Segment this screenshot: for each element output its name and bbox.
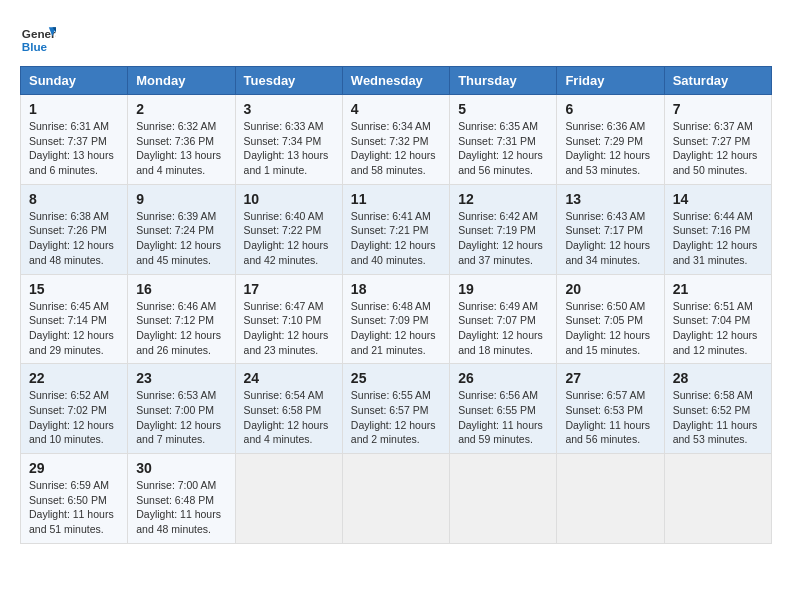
calendar-cell: 15Sunrise: 6:45 AMSunset: 7:14 PMDayligh… xyxy=(21,274,128,364)
day-info: Sunrise: 6:52 AMSunset: 7:02 PMDaylight:… xyxy=(29,388,119,447)
day-info: Sunrise: 6:34 AMSunset: 7:32 PMDaylight:… xyxy=(351,119,441,178)
calendar-cell: 28Sunrise: 6:58 AMSunset: 6:52 PMDayligh… xyxy=(664,364,771,454)
header-cell-wednesday: Wednesday xyxy=(342,67,449,95)
calendar-cell: 9Sunrise: 6:39 AMSunset: 7:24 PMDaylight… xyxy=(128,184,235,274)
calendar-cell: 18Sunrise: 6:48 AMSunset: 7:09 PMDayligh… xyxy=(342,274,449,364)
day-info: Sunrise: 6:44 AMSunset: 7:16 PMDaylight:… xyxy=(673,209,763,268)
calendar-cell xyxy=(235,454,342,544)
calendar-week-2: 8Sunrise: 6:38 AMSunset: 7:26 PMDaylight… xyxy=(21,184,772,274)
calendar-table: SundayMondayTuesdayWednesdayThursdayFrid… xyxy=(20,66,772,544)
day-info: Sunrise: 6:45 AMSunset: 7:14 PMDaylight:… xyxy=(29,299,119,358)
day-info: Sunrise: 6:38 AMSunset: 7:26 PMDaylight:… xyxy=(29,209,119,268)
day-info: Sunrise: 6:31 AMSunset: 7:37 PMDaylight:… xyxy=(29,119,119,178)
day-number: 18 xyxy=(351,281,441,297)
day-number: 22 xyxy=(29,370,119,386)
day-info: Sunrise: 6:40 AMSunset: 7:22 PMDaylight:… xyxy=(244,209,334,268)
calendar-cell: 27Sunrise: 6:57 AMSunset: 6:53 PMDayligh… xyxy=(557,364,664,454)
calendar-cell: 21Sunrise: 6:51 AMSunset: 7:04 PMDayligh… xyxy=(664,274,771,364)
calendar-week-4: 22Sunrise: 6:52 AMSunset: 7:02 PMDayligh… xyxy=(21,364,772,454)
day-number: 21 xyxy=(673,281,763,297)
calendar-cell: 8Sunrise: 6:38 AMSunset: 7:26 PMDaylight… xyxy=(21,184,128,274)
day-number: 2 xyxy=(136,101,226,117)
calendar-cell: 26Sunrise: 6:56 AMSunset: 6:55 PMDayligh… xyxy=(450,364,557,454)
calendar-cell: 22Sunrise: 6:52 AMSunset: 7:02 PMDayligh… xyxy=(21,364,128,454)
header-cell-monday: Monday xyxy=(128,67,235,95)
day-number: 12 xyxy=(458,191,548,207)
day-info: Sunrise: 6:32 AMSunset: 7:36 PMDaylight:… xyxy=(136,119,226,178)
day-number: 26 xyxy=(458,370,548,386)
calendar-cell: 14Sunrise: 6:44 AMSunset: 7:16 PMDayligh… xyxy=(664,184,771,274)
calendar-cell: 19Sunrise: 6:49 AMSunset: 7:07 PMDayligh… xyxy=(450,274,557,364)
calendar-cell: 2Sunrise: 6:32 AMSunset: 7:36 PMDaylight… xyxy=(128,95,235,185)
day-number: 17 xyxy=(244,281,334,297)
calendar-cell: 25Sunrise: 6:55 AMSunset: 6:57 PMDayligh… xyxy=(342,364,449,454)
day-number: 19 xyxy=(458,281,548,297)
calendar-cell: 23Sunrise: 6:53 AMSunset: 7:00 PMDayligh… xyxy=(128,364,235,454)
day-number: 5 xyxy=(458,101,548,117)
day-info: Sunrise: 6:54 AMSunset: 6:58 PMDaylight:… xyxy=(244,388,334,447)
day-number: 16 xyxy=(136,281,226,297)
day-info: Sunrise: 6:41 AMSunset: 7:21 PMDaylight:… xyxy=(351,209,441,268)
day-number: 29 xyxy=(29,460,119,476)
day-number: 20 xyxy=(565,281,655,297)
day-number: 14 xyxy=(673,191,763,207)
day-info: Sunrise: 6:59 AMSunset: 6:50 PMDaylight:… xyxy=(29,478,119,537)
calendar-cell: 5Sunrise: 6:35 AMSunset: 7:31 PMDaylight… xyxy=(450,95,557,185)
day-info: Sunrise: 6:35 AMSunset: 7:31 PMDaylight:… xyxy=(458,119,548,178)
header-row: SundayMondayTuesdayWednesdayThursdayFrid… xyxy=(21,67,772,95)
header-cell-thursday: Thursday xyxy=(450,67,557,95)
day-info: Sunrise: 6:47 AMSunset: 7:10 PMDaylight:… xyxy=(244,299,334,358)
page-header: General Blue xyxy=(20,20,772,56)
day-info: Sunrise: 6:46 AMSunset: 7:12 PMDaylight:… xyxy=(136,299,226,358)
calendar-cell: 30Sunrise: 7:00 AMSunset: 6:48 PMDayligh… xyxy=(128,454,235,544)
calendar-cell: 7Sunrise: 6:37 AMSunset: 7:27 PMDaylight… xyxy=(664,95,771,185)
calendar-cell: 1Sunrise: 6:31 AMSunset: 7:37 PMDaylight… xyxy=(21,95,128,185)
calendar-cell: 29Sunrise: 6:59 AMSunset: 6:50 PMDayligh… xyxy=(21,454,128,544)
calendar-cell xyxy=(342,454,449,544)
day-number: 6 xyxy=(565,101,655,117)
calendar-body: 1Sunrise: 6:31 AMSunset: 7:37 PMDaylight… xyxy=(21,95,772,544)
day-number: 10 xyxy=(244,191,334,207)
calendar-cell xyxy=(557,454,664,544)
day-number: 1 xyxy=(29,101,119,117)
day-number: 27 xyxy=(565,370,655,386)
day-info: Sunrise: 6:53 AMSunset: 7:00 PMDaylight:… xyxy=(136,388,226,447)
svg-text:Blue: Blue xyxy=(22,40,48,53)
day-info: Sunrise: 6:51 AMSunset: 7:04 PMDaylight:… xyxy=(673,299,763,358)
day-info: Sunrise: 6:58 AMSunset: 6:52 PMDaylight:… xyxy=(673,388,763,447)
day-number: 3 xyxy=(244,101,334,117)
day-number: 23 xyxy=(136,370,226,386)
day-info: Sunrise: 6:37 AMSunset: 7:27 PMDaylight:… xyxy=(673,119,763,178)
calendar-cell: 11Sunrise: 6:41 AMSunset: 7:21 PMDayligh… xyxy=(342,184,449,274)
day-info: Sunrise: 6:43 AMSunset: 7:17 PMDaylight:… xyxy=(565,209,655,268)
day-info: Sunrise: 6:55 AMSunset: 6:57 PMDaylight:… xyxy=(351,388,441,447)
day-info: Sunrise: 6:33 AMSunset: 7:34 PMDaylight:… xyxy=(244,119,334,178)
day-number: 4 xyxy=(351,101,441,117)
day-number: 13 xyxy=(565,191,655,207)
calendar-week-5: 29Sunrise: 6:59 AMSunset: 6:50 PMDayligh… xyxy=(21,454,772,544)
day-number: 9 xyxy=(136,191,226,207)
day-info: Sunrise: 6:42 AMSunset: 7:19 PMDaylight:… xyxy=(458,209,548,268)
day-info: Sunrise: 6:48 AMSunset: 7:09 PMDaylight:… xyxy=(351,299,441,358)
day-number: 8 xyxy=(29,191,119,207)
header-cell-tuesday: Tuesday xyxy=(235,67,342,95)
day-number: 15 xyxy=(29,281,119,297)
calendar-cell xyxy=(450,454,557,544)
header-cell-friday: Friday xyxy=(557,67,664,95)
day-number: 7 xyxy=(673,101,763,117)
calendar-cell: 17Sunrise: 6:47 AMSunset: 7:10 PMDayligh… xyxy=(235,274,342,364)
logo: General Blue xyxy=(20,20,56,56)
day-info: Sunrise: 6:56 AMSunset: 6:55 PMDaylight:… xyxy=(458,388,548,447)
day-number: 24 xyxy=(244,370,334,386)
calendar-cell: 20Sunrise: 6:50 AMSunset: 7:05 PMDayligh… xyxy=(557,274,664,364)
day-info: Sunrise: 6:50 AMSunset: 7:05 PMDaylight:… xyxy=(565,299,655,358)
day-number: 28 xyxy=(673,370,763,386)
day-info: Sunrise: 6:57 AMSunset: 6:53 PMDaylight:… xyxy=(565,388,655,447)
calendar-cell: 10Sunrise: 6:40 AMSunset: 7:22 PMDayligh… xyxy=(235,184,342,274)
calendar-week-1: 1Sunrise: 6:31 AMSunset: 7:37 PMDaylight… xyxy=(21,95,772,185)
calendar-cell: 6Sunrise: 6:36 AMSunset: 7:29 PMDaylight… xyxy=(557,95,664,185)
header-cell-sunday: Sunday xyxy=(21,67,128,95)
logo-icon: General Blue xyxy=(20,20,56,56)
calendar-week-3: 15Sunrise: 6:45 AMSunset: 7:14 PMDayligh… xyxy=(21,274,772,364)
day-number: 11 xyxy=(351,191,441,207)
